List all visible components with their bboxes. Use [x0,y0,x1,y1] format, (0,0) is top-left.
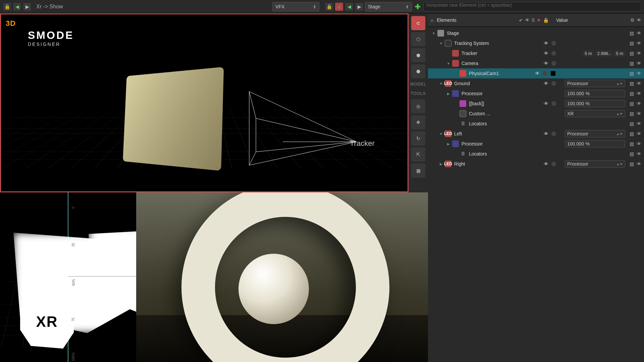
layout-dropdown[interactable]: VFX ▲▼ [272,2,319,11]
expand-toggle[interactable]: ▶ [446,142,451,146]
solo-dot[interactable] [551,61,556,66]
value-field[interactable]: 100.000 % [565,140,625,147]
home-icon[interactable]: ⌂ [335,2,343,11]
solo-icon[interactable]: S [532,17,535,23]
hex-wire-tool[interactable]: ⬡ [411,32,425,46]
compass-tool[interactable]: ◎ [411,99,425,113]
tree-row-loc1[interactable]: ☰Locators▧👁 [428,119,644,129]
eye-icon[interactable]: 👁 [525,17,530,23]
value-field[interactable]: 100.000 % [565,100,625,107]
solo-dot[interactable] [551,81,556,86]
back-icon[interactable]: ◀ [345,2,354,11]
row-options-icon[interactable]: ▧ [629,91,635,96]
row-preview-icon[interactable]: 👁 [636,81,642,86]
grid-tool[interactable]: ▦ [411,164,425,178]
row-options-icon[interactable]: ▧ [629,151,635,157]
move-tool[interactable]: ✥ [411,115,425,129]
magnet-tool[interactable]: ⊂ [411,16,425,30]
hex-solid-tool[interactable]: ⬢ [411,48,425,62]
row-options-icon[interactable]: ▧ [629,121,635,126]
row-preview-icon[interactable]: 👁 [636,111,642,116]
value-dropdown[interactable]: Processor▲▼ [565,160,625,168]
expand-toggle[interactable]: ▼ [446,62,451,65]
value-dropdown[interactable]: Processor▲▼ [565,80,625,87]
row-preview-icon[interactable]: 👁 [636,71,642,76]
tree-row-right[interactable]: ▶LEDRight👁Processor▲▼▧👁 [428,159,644,169]
expand-toggle[interactable]: ▼ [439,132,443,136]
check-icon[interactable]: ✔ [519,17,523,23]
value-dropdown[interactable]: Processor▲▼ [565,130,625,137]
lock-icon[interactable]: 🔒 [3,2,11,11]
row-preview-icon[interactable]: 👁 [636,121,642,126]
row-options-icon[interactable]: ▧ [629,161,635,167]
forward-icon[interactable]: ▶ [355,2,364,11]
tree-row-custom[interactable]: Custom ...XR▲▼▧👁 [428,109,644,119]
row-preview-icon[interactable]: 👁 [636,151,642,157]
tree-row-back[interactable]: [[back]]👁100.000 %▧👁 [428,99,644,109]
row-options-icon[interactable]: ▧ [629,61,635,66]
solo-dot[interactable] [543,71,547,76]
viewport-bottom-right[interactable] [136,192,428,362]
lock-icon[interactable]: 🔒 [325,2,333,11]
home-icon[interactable]: ⌂ [431,17,433,23]
row-preview-icon[interactable]: 👁 [636,101,642,106]
visibility-toggle[interactable]: 👁 [534,71,541,76]
stage-dropdown[interactable]: Stage ▲▼ [365,2,412,11]
visibility-toggle[interactable]: 👁 [543,61,549,66]
add-element-button[interactable]: ✚ [413,2,422,11]
tree-row-loc2[interactable]: ☰Locators▧👁 [428,149,644,159]
solo-dot[interactable] [551,162,556,166]
color-swatch[interactable] [551,71,555,76]
row-options-icon[interactable]: ▧ [629,31,635,36]
row-preview-icon[interactable]: 👁 [636,61,642,66]
hex-shaded-tool[interactable]: ⬣ [411,64,425,78]
solo-dot[interactable] [551,51,556,56]
row-preview-icon[interactable]: 👁 [636,41,642,46]
visibility-toggle[interactable]: 👁 [543,161,549,167]
row-options-icon[interactable]: ▧ [629,101,635,106]
row-options-icon[interactable]: ▧ [629,51,635,56]
row-options-icon[interactable]: ▧ [629,141,635,146]
viewport-bottom-mid[interactable]: 0 25 50% 75 100% [68,192,136,362]
expand-toggle[interactable]: ▶ [446,92,451,96]
row-preview-icon[interactable]: 👁 [636,91,642,96]
row-options-icon[interactable]: ▧ [629,41,635,46]
row-options-icon[interactable]: ▧ [629,131,635,136]
visibility-toggle[interactable]: 👁 [543,51,549,56]
refresh-tool[interactable]: ↻ [411,131,425,145]
tree-row-tracking[interactable]: ▼Tracking System👁▧👁 [428,38,644,48]
tree-row-ground[interactable]: ▼LEDGround👁Processor▲▼▧👁 [428,78,644,88]
row-options-icon[interactable]: ▧ [629,111,635,116]
value-number[interactable]: 5 m [583,50,594,57]
row-options-icon[interactable]: ▧ [629,81,635,86]
value-dropdown[interactable]: XR▲▼ [565,110,625,117]
viewport-3d[interactable]: 3D SMODE DESIGNER [0,13,409,192]
tree-row-tracker[interactable]: Tracker👁5 m2.996..5 m▧👁 [428,48,644,58]
row-preview-icon[interactable]: 👁 [636,131,642,136]
row-preview-icon[interactable]: 👁 [636,31,642,36]
lock-icon[interactable]: 🔒 [543,17,549,23]
row-preview-icon[interactable]: 👁 [636,141,642,146]
forward-icon[interactable]: ▶ [23,2,32,11]
mixer-icon[interactable]: ⚙ [630,17,635,23]
export-tool[interactable]: ⇱ [411,147,425,162]
value-number[interactable]: 2.996.. [595,50,613,57]
expand-toggle[interactable]: ▼ [439,42,443,45]
expand-toggle[interactable]: ▼ [439,82,443,85]
tree-row-stage[interactable]: ▼Stage▧👁 [428,28,644,38]
value-field[interactable]: 100.000 % [565,90,625,97]
eye-icon[interactable]: 👁 [637,17,641,23]
tree-row-g-proc[interactable]: ▶Processor100.000 %▧👁 [428,88,644,99]
solo-dot[interactable] [551,41,556,46]
color-icon[interactable]: ❖ [537,17,541,23]
tree-row-physcam[interactable]: PhysicalCam1👁▧👁 [428,68,644,78]
visibility-toggle[interactable]: 👁 [543,101,549,106]
back-icon[interactable]: ◀ [13,2,21,11]
expand-toggle[interactable]: ▼ [431,32,436,35]
expand-toggle[interactable]: ▶ [439,162,443,166]
tree-row-l-proc[interactable]: ▶Processor100.000 %▧👁 [428,139,644,149]
row-preview-icon[interactable]: 👁 [636,51,642,56]
tree-row-camera[interactable]: ▼Camera👁▧👁 [428,58,644,68]
search-input[interactable]: Instantiate new Element (ctrl + spacebar… [423,2,641,11]
visibility-toggle[interactable]: 👁 [543,41,549,46]
